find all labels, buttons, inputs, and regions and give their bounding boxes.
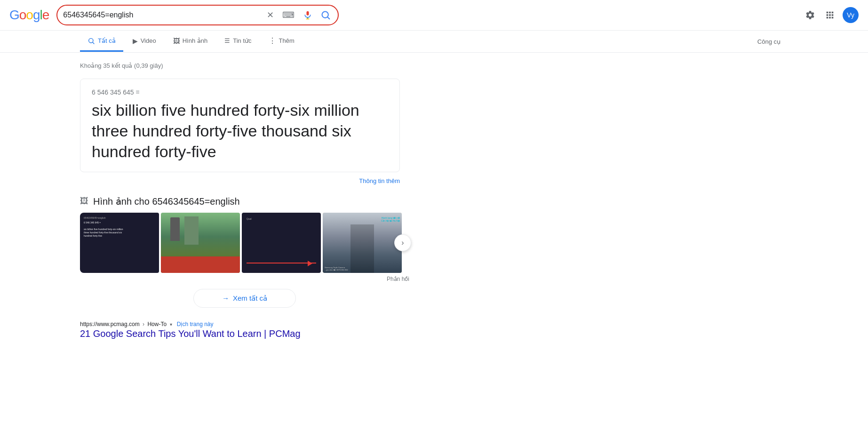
svg-line-6 (93, 42, 94, 44)
search-button[interactable] (319, 8, 332, 22)
tab-news[interactable]: ☰ Tin tức (217, 32, 259, 51)
feedback-row: Phản hồi (80, 276, 409, 282)
google-logo[interactable]: Google (9, 8, 49, 23)
feedback-link[interactable]: Phản hồi (387, 276, 409, 282)
search-tab-icon (88, 37, 95, 45)
header: Google ✕ ⌨ (0, 0, 868, 31)
tab-video-label: Video (141, 37, 156, 44)
thumb1-top-text: 6546345645=english (84, 216, 106, 219)
see-all-label: Xem tất cả (233, 294, 267, 303)
results-count: Khoảng 35 kết quả (0,39 giây) (80, 62, 438, 69)
tools-label: Công cụ (757, 38, 780, 45)
apps-button[interactable] (823, 8, 837, 22)
result-title-link[interactable]: 21 Google Search Tips You'll Want to Lea… (80, 328, 301, 339)
microphone-button[interactable] (301, 8, 314, 22)
tab-all-label: Tất cả (98, 37, 116, 44)
search-icon (321, 10, 330, 20)
images-section: 🖼 Hình ảnh cho 6546345645=english 654634… (80, 196, 409, 308)
result-title: 21 Google Search Tips You'll Want to Lea… (80, 328, 400, 339)
calc-number-display: 6 546 345 645 = (92, 88, 388, 96)
image-thumb-1[interactable]: 6546345645=english 6 546 345 645 = six b… (80, 213, 159, 273)
logo-letter-o2: o (26, 8, 33, 22)
calc-result-text: six billion five hundred forty-six milli… (92, 100, 388, 162)
tools-button[interactable]: Công cụ (750, 32, 788, 51)
search-bar: ✕ ⌨ (56, 5, 339, 25)
see-all-button[interactable]: → Xem tất cả (193, 289, 296, 308)
image-thumb-4[interactable]: Hành lang kết nốiCăn hộ tại Hà Nội Samsu… (323, 213, 402, 273)
see-all-row: → Xem tất cả (80, 289, 409, 308)
result-url: https://www.pcmag.com › How-To ▾ Dịch tr… (80, 321, 400, 327)
images-section-header: 🖼 Hình ảnh cho 6546345645=english (80, 196, 409, 207)
images-tab-icon: 🖼 (173, 37, 180, 45)
search-icons: ✕ ⌨ (265, 8, 332, 22)
result-domain: https://www.pcmag.com (80, 321, 140, 327)
avatar[interactable]: Vy (843, 7, 859, 23)
tab-news-label: Tin tức (233, 37, 251, 44)
tab-video[interactable]: ▶ Video (125, 32, 164, 52)
calculator-card: 6 546 345 645 = six billion five hundred… (80, 79, 400, 172)
keyboard-button[interactable]: ⌨ (280, 8, 296, 22)
tab-more-label: Thêm (279, 37, 295, 44)
svg-rect-0 (307, 11, 309, 16)
image-thumb-2[interactable] (161, 213, 240, 273)
video-tab-icon: ▶ (133, 37, 138, 45)
svg-line-4 (327, 17, 329, 19)
dropdown-icon: ▾ (170, 322, 172, 327)
logo-letter-g: G (9, 8, 19, 22)
nav-tabs: Tất cả ▶ Video 🖼 Hình ảnh ☰ Tin tức ⋮ Th… (0, 31, 868, 53)
more-info-link[interactable]: Thông tin thêm (359, 177, 400, 184)
microphone-icon (303, 10, 312, 20)
result-breadcrumb: How-To (147, 321, 167, 327)
more-tab-icon: ⋮ (269, 36, 276, 45)
settings-button[interactable] (803, 8, 817, 22)
web-result: https://www.pcmag.com › How-To ▾ Dịch tr… (80, 321, 400, 339)
thumb4-cyan-text: Hành lang kết nốiCăn hộ tại Hà Nội (381, 216, 400, 223)
search-bar-wrapper: ✕ ⌨ (56, 5, 339, 25)
breadcrumb-arrow: › (143, 321, 144, 327)
clear-icon: ✕ (267, 10, 274, 20)
see-all-arrow-icon: → (222, 294, 229, 302)
tab-more[interactable]: ⋮ Thêm (261, 31, 302, 52)
clear-button[interactable]: ✕ (265, 8, 276, 22)
translate-link[interactable]: Dịch trang này (177, 321, 214, 327)
more-info-row: Thông tin thêm (80, 177, 400, 184)
apps-icon (825, 10, 835, 20)
thumb1-main-text: 6 546 345 645 = six billion five hundred… (84, 221, 123, 238)
keyboard-icon: ⌨ (282, 10, 295, 20)
search-input[interactable] (63, 11, 261, 19)
header-right: Vy (803, 7, 859, 23)
logo-letter-e: e (42, 8, 49, 22)
news-tab-icon: ☰ (224, 37, 230, 44)
image-thumb-3[interactable]: Qual (242, 213, 321, 273)
images-strip: 6546345645=english 6 546 345 645 = six b… (80, 213, 409, 273)
logo-letter-g2: g (33, 8, 40, 22)
tab-images[interactable]: 🖼 Hình ảnh (166, 32, 215, 52)
next-arrow-button[interactable]: › (394, 234, 411, 251)
logo-letter-o1: o (19, 8, 26, 22)
images-header-title: Hình ảnh cho 6546345645=english (93, 196, 240, 207)
tab-all[interactable]: Tất cả (80, 32, 123, 52)
settings-icon (805, 10, 815, 20)
main-content: Khoảng 35 kết quả (0,39 giây) 6 546 345 … (0, 53, 518, 349)
images-strip-container: 6546345645=english 6 546 345 645 = six b… (80, 213, 409, 273)
tab-images-label: Hình ảnh (183, 37, 208, 44)
images-header-icon: 🖼 (80, 196, 88, 206)
